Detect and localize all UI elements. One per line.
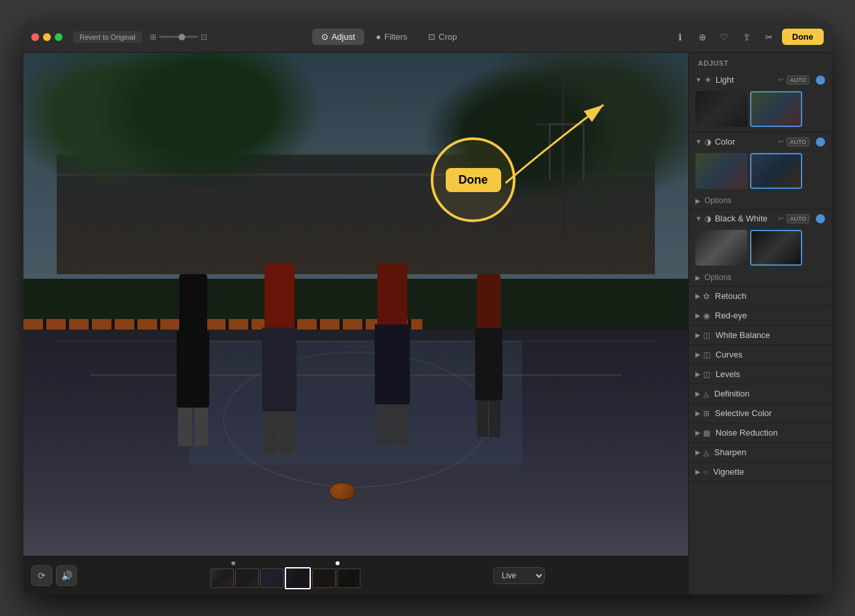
zoom-slider: ⊞ ⊡ bbox=[150, 33, 207, 42]
bw-toggle[interactable] bbox=[816, 214, 825, 223]
wb-chevron-icon: ▶ bbox=[695, 331, 701, 339]
tab-adjust-label: Adjust bbox=[332, 32, 355, 42]
light-toggle[interactable] bbox=[816, 76, 825, 85]
curves-icon: ◫ bbox=[703, 350, 710, 359]
curves-label: Curves bbox=[716, 350, 825, 359]
redeye-chevron-icon: ▶ bbox=[695, 312, 701, 319]
levels-label: Levels bbox=[716, 369, 825, 379]
redeye-row[interactable]: ▶ ◉ Red-eye bbox=[689, 306, 832, 325]
vignette-icon: ○ bbox=[703, 468, 708, 477]
levels-chevron-icon: ▶ bbox=[695, 371, 701, 378]
section-whitebalance: ▶ ◫ White Balance bbox=[689, 326, 832, 345]
bw-options-row[interactable]: ▶ Options bbox=[689, 271, 832, 286]
color-options-row[interactable]: ▶ Options bbox=[689, 194, 832, 209]
maximize-button[interactable] bbox=[55, 33, 63, 41]
film-frame-1[interactable] bbox=[210, 568, 234, 588]
bw-undo-icon[interactable]: ↩ bbox=[778, 214, 784, 223]
section-vignette: ▶ ○ Vignette bbox=[689, 462, 832, 482]
photo-area: Done ⟳ 🔊 bbox=[23, 53, 688, 595]
filmstrip-dot-2 bbox=[336, 561, 340, 565]
minimize-button[interactable] bbox=[43, 33, 51, 41]
tab-crop-label: Crop bbox=[439, 32, 457, 42]
bottom-left-icons: ⟳ 🔊 bbox=[31, 565, 77, 586]
color-thumb-1[interactable] bbox=[695, 153, 747, 189]
tab-bar: ⊙ Adjust ● Filters ⊡ Crop bbox=[312, 29, 467, 45]
tab-filters-label: Filters bbox=[384, 32, 407, 42]
nr-icon: ▦ bbox=[703, 428, 710, 438]
sharpen-icon: ◬ bbox=[703, 448, 709, 457]
done-button-titlebar[interactable]: Done bbox=[782, 29, 824, 45]
definition-label: Definition bbox=[714, 389, 825, 399]
light-thumb-1[interactable] bbox=[695, 91, 747, 127]
film-frame-3[interactable] bbox=[260, 568, 283, 588]
filmstrip[interactable] bbox=[194, 567, 377, 589]
definition-icon: ◬ bbox=[703, 389, 709, 399]
selectivecolor-row[interactable]: ▶ ⊞ Selective Color bbox=[689, 404, 832, 423]
bw-auto-badge[interactable]: AUTO bbox=[787, 214, 809, 223]
color-thumb-2[interactable] bbox=[750, 153, 802, 189]
tab-filters[interactable]: ● Filters bbox=[367, 29, 416, 45]
section-levels: ▶ ◫ Levels bbox=[689, 365, 832, 384]
sharpen-row[interactable]: ▶ ◬ Sharpen bbox=[689, 443, 832, 462]
bw-options-chevron: ▶ bbox=[695, 274, 701, 281]
done-annotation-button[interactable]: Done bbox=[446, 168, 501, 192]
whitebalance-row[interactable]: ▶ ◫ White Balance bbox=[689, 326, 832, 344]
film-frame-5[interactable] bbox=[312, 568, 336, 588]
film-frame-selected[interactable] bbox=[285, 567, 311, 589]
redeye-icon: ◉ bbox=[703, 311, 710, 320]
tab-adjust[interactable]: ⊙ Adjust bbox=[312, 29, 364, 45]
sharpen-label: Sharpen bbox=[714, 447, 825, 457]
curves-row[interactable]: ▶ ◫ Curves bbox=[689, 345, 832, 364]
vignette-row[interactable]: ▶ ○ Vignette bbox=[689, 462, 832, 481]
section-sharpen: ▶ ◬ Sharpen bbox=[689, 443, 832, 462]
bottom-bar: ⟳ 🔊 bbox=[23, 555, 688, 595]
bw-options-label: Options bbox=[704, 273, 731, 282]
color-chevron-icon: ▼ bbox=[695, 138, 702, 145]
section-noisereduction: ▶ ▦ Noise Reduction bbox=[689, 423, 832, 443]
curves-chevron-icon: ▶ bbox=[695, 351, 701, 358]
info-button[interactable]: ℹ bbox=[671, 28, 689, 46]
film-frame-6[interactable] bbox=[337, 568, 360, 588]
volume-button[interactable]: 🔊 bbox=[56, 565, 77, 586]
filmstrip-dot-1 bbox=[231, 561, 235, 565]
live-mode-select[interactable]: Live Off Loop Bounce bbox=[493, 567, 545, 584]
section-light-header[interactable]: ▼ ☀ Light ↩ AUTO bbox=[689, 71, 832, 89]
favorite-button[interactable]: ♡ bbox=[716, 28, 734, 46]
share-button[interactable]: ⊕ bbox=[693, 28, 712, 46]
light-sun-icon: ☀ bbox=[704, 76, 712, 85]
retouch-row[interactable]: ▶ ✿ Retouch bbox=[689, 287, 832, 305]
color-undo-icon[interactable]: ↩ bbox=[778, 137, 784, 146]
light-auto-badge[interactable]: AUTO bbox=[787, 76, 809, 85]
bw-thumbnails bbox=[689, 227, 832, 271]
close-button[interactable] bbox=[31, 33, 39, 41]
vignette-chevron-icon: ▶ bbox=[695, 468, 701, 475]
wb-icon: ◫ bbox=[703, 331, 710, 340]
retouch-chevron-icon: ▶ bbox=[695, 292, 701, 300]
tools-button[interactable]: ✂ bbox=[760, 28, 778, 46]
section-color: ▼ ◑ Color ↩ AUTO ▶ Opti bbox=[689, 133, 832, 210]
color-toggle[interactable] bbox=[816, 137, 825, 147]
definition-chevron-icon: ▶ bbox=[695, 390, 701, 397]
bw-thumb-1[interactable] bbox=[695, 230, 747, 266]
traffic-lights bbox=[31, 33, 63, 41]
main-content: Done ⟳ 🔊 bbox=[23, 53, 832, 595]
section-bw-header[interactable]: ▼ ◑ Black & White ↩ AUTO bbox=[689, 210, 832, 227]
section-color-header[interactable]: ▼ ◑ Color ↩ AUTO bbox=[689, 133, 832, 150]
film-frame-2[interactable] bbox=[235, 568, 259, 588]
photo-canvas[interactable]: Done bbox=[23, 53, 688, 555]
levels-row[interactable]: ▶ ◫ Levels bbox=[689, 365, 832, 384]
color-thumbnails bbox=[689, 150, 832, 194]
light-thumb-2[interactable] bbox=[750, 91, 802, 127]
panel-header: ADJUST bbox=[689, 53, 832, 71]
light-undo-icon[interactable]: ↩ bbox=[778, 76, 784, 84]
loop-button[interactable]: ⟳ bbox=[31, 565, 52, 586]
color-auto-badge[interactable]: AUTO bbox=[787, 137, 809, 147]
definition-row[interactable]: ▶ ◬ Definition bbox=[689, 384, 832, 403]
revert-to-original-button[interactable]: Revert to Original bbox=[73, 31, 142, 43]
bw-thumb-2[interactable] bbox=[750, 230, 802, 266]
sharpen-chevron-icon: ▶ bbox=[695, 449, 701, 456]
export-button[interactable]: ⇪ bbox=[738, 28, 756, 46]
noisereduction-row[interactable]: ▶ ▦ Noise Reduction bbox=[689, 423, 832, 442]
tab-crop[interactable]: ⊡ Crop bbox=[419, 29, 466, 45]
bw-chevron-icon: ▼ bbox=[695, 215, 702, 222]
